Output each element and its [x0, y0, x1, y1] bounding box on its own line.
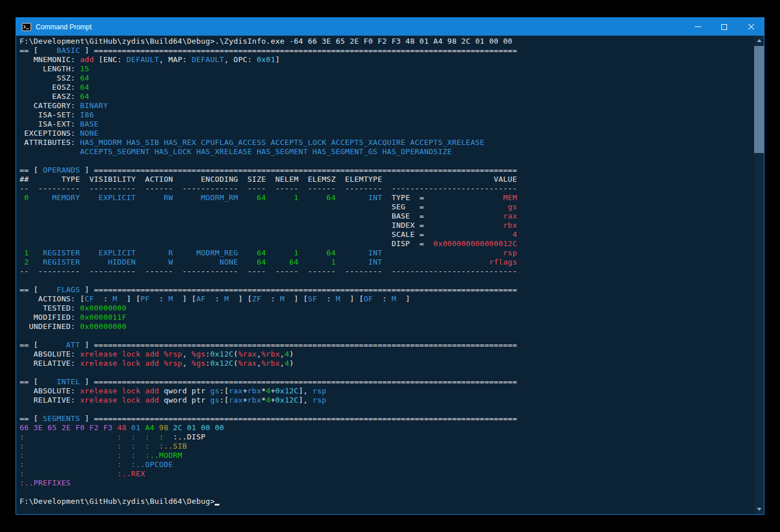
- terminal-line: [20, 331, 752, 340]
- window-title: Command Prompt: [36, 23, 684, 31]
- terminal-line: : : : : : :..DISP: [20, 433, 752, 442]
- terminal-line: == [ BASIC ] ===========================…: [20, 46, 752, 55]
- terminal-line: [20, 276, 752, 285]
- terminal-line: F:\Development\GitHub\zydis\Build64\Debu…: [20, 497, 752, 506]
- terminal-line: 2 REGISTER HIDDEN W NONE 64 64 1 INT rfl…: [20, 258, 752, 267]
- terminal-line: ACTIONS: [CF : M ] [PF : M ] [AF : M ] […: [20, 294, 752, 304]
- terminal-line: == [ OPERANDS ] ========================…: [20, 166, 752, 175]
- terminal-line: ISA-EXT: BASE: [20, 120, 752, 129]
- scrollbar-track[interactable]: [754, 45, 764, 504]
- terminal-line: [20, 156, 752, 166]
- window-controls: [684, 18, 764, 36]
- cmd-icon[interactable]: [22, 22, 31, 32]
- terminal-line: EOSZ: 64: [20, 83, 752, 92]
- close-button[interactable]: [737, 18, 764, 36]
- terminal-line: : : : :..MODRM: [20, 451, 752, 460]
- terminal-line: : :..REX: [20, 469, 752, 479]
- terminal-line: TESTED: 0x00000000: [20, 304, 752, 313]
- maximize-icon: [721, 24, 727, 30]
- minimize-button[interactable]: [684, 18, 711, 36]
- terminal-line: UNDEFINED: 0x00000000: [20, 322, 752, 331]
- terminal-line: ISA-SET: I86: [20, 110, 752, 120]
- terminal-line: ATTRIBUTES: HAS_MODRM HAS_SIB HAS_REX CP…: [20, 138, 752, 147]
- terminal-line: LENGTH: 15: [20, 64, 752, 74]
- terminal-line: 1 REGISTER EXPLICIT R MODRM_REG 64 1 64 …: [20, 248, 752, 258]
- terminal-output[interactable]: F:\Development\GitHub\zydis\Build64\Debu…: [16, 36, 754, 514]
- scrollbar-thumb[interactable]: [754, 46, 764, 153]
- terminal-line: ACCEPTS_SEGMENT HAS_LOCK HAS_XRELEASE HA…: [20, 147, 752, 156]
- terminal-line: SCALE = 4: [20, 230, 752, 239]
- terminal-line: == [ ATT ] =============================…: [20, 340, 752, 350]
- arrow-down-icon: [757, 508, 762, 511]
- terminal-line: MNEMONIC: add [ENC: DEFAULT, MAP: DEFAUL…: [20, 55, 752, 64]
- window-body: F:\Development\GitHub\zydis\Build64\Debu…: [16, 36, 764, 514]
- terminal-line: ## TYPE VISIBILITY ACTION ENCODING SIZE …: [20, 175, 752, 184]
- close-icon: [747, 23, 755, 30]
- terminal-line: INDEX = rbx: [20, 221, 752, 230]
- terminal-line: [20, 405, 752, 414]
- arrow-up-icon: [757, 39, 762, 42]
- terminal-line: F:\Development\GitHub\zydis\Build64\Debu…: [20, 37, 752, 46]
- title-bar[interactable]: Command Prompt: [16, 18, 764, 36]
- terminal-line: 66 3E 65 2E F0 F2 F3 48 01 A4 98 2C 01 0…: [20, 423, 752, 433]
- terminal-line: ABSOLUTE: xrelease lock add qword ptr gs…: [20, 386, 752, 396]
- terminal-line: == [ INTEL ] ===========================…: [20, 377, 752, 386]
- terminal-line: RELATIVE: xrelease lock add %rsp, %gs:0x…: [20, 359, 752, 368]
- vertical-scrollbar: [754, 36, 764, 514]
- terminal-line: == [ SEGMENTS ] ========================…: [20, 414, 752, 423]
- terminal-line: 0 MEMORY EXPLICIT RW MODRM_RM 64 1 64 IN…: [20, 193, 752, 202]
- terminal-line: : : :..OPCODE: [20, 460, 752, 469]
- terminal-line: [20, 488, 752, 497]
- terminal-line: MODIFIED: 0x0000011F: [20, 313, 752, 322]
- terminal-line: ABSOLUTE: xrelease lock add %rsp, %gs:0x…: [20, 350, 752, 359]
- terminal-line: EASZ: 64: [20, 92, 752, 101]
- terminal-line: -- --------- ---------- ------ ---------…: [20, 267, 752, 276]
- terminal-line: :..PREFIXES: [20, 479, 752, 488]
- terminal-line: SSZ: 64: [20, 74, 752, 83]
- minimize-icon: [695, 26, 701, 27]
- text-cursor: [215, 498, 219, 506]
- terminal-line: : : : : :..SIB: [20, 442, 752, 451]
- terminal-line: == [ FLAGS ] ===========================…: [20, 285, 752, 294]
- terminal-line: -- --------- ---------- ------ ---------…: [20, 184, 752, 193]
- maximize-button[interactable]: [711, 18, 737, 36]
- terminal-line: DISP = 0x000000000000012C: [20, 239, 752, 248]
- terminal-line: RELATIVE: xrelease lock add qword ptr gs…: [20, 396, 752, 405]
- terminal-line: CATEGORY: BINARY: [20, 101, 752, 110]
- terminal-line: EXCEPTIONS: NONE: [20, 129, 752, 138]
- terminal-line: [20, 368, 752, 377]
- scroll-down-button[interactable]: [754, 504, 764, 514]
- terminal-line: BASE = rax: [20, 212, 752, 221]
- command-prompt-window: Command Prompt F:\Development\GitHub\zyd…: [16, 17, 764, 515]
- desktop: { "window": { "title": "Command Prompt" …: [0, 0, 780, 532]
- terminal-line: SEG = gs: [20, 202, 752, 212]
- scroll-up-button[interactable]: [754, 36, 764, 45]
